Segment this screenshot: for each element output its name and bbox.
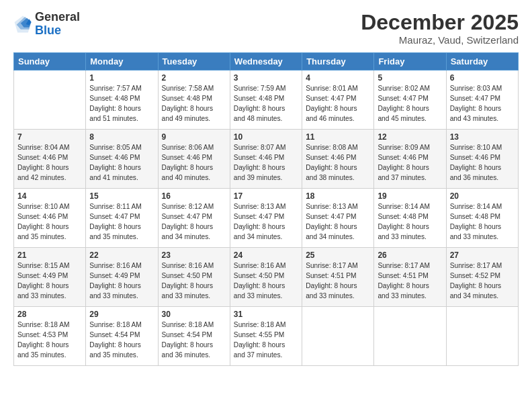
- day-info: Sunrise: 8:12 AM Sunset: 4:47 PM Dayligh…: [162, 202, 226, 242]
- day-cell: 22Sunrise: 8:16 AM Sunset: 4:49 PM Dayli…: [86, 248, 158, 307]
- day-info: Sunrise: 8:13 AM Sunset: 4:47 PM Dayligh…: [306, 202, 370, 242]
- day-info: Sunrise: 8:17 AM Sunset: 4:51 PM Dayligh…: [378, 261, 442, 301]
- day-cell: 5Sunrise: 8:02 AM Sunset: 4:47 PM Daylig…: [374, 71, 446, 130]
- day-number: 10: [234, 132, 298, 142]
- weekday-header-row: SundayMondayTuesdayWednesdayThursdayFrid…: [14, 53, 519, 71]
- page-container: General Blue December 2025 Mauraz, Vaud,…: [0, 0, 532, 373]
- day-info: Sunrise: 8:14 AM Sunset: 4:48 PM Dayligh…: [450, 202, 515, 242]
- day-cell: [14, 71, 86, 130]
- day-info: Sunrise: 8:07 AM Sunset: 4:46 PM Dayligh…: [234, 143, 298, 183]
- day-number: 16: [162, 191, 226, 201]
- day-info: Sunrise: 8:06 AM Sunset: 4:46 PM Dayligh…: [162, 143, 226, 183]
- day-info: Sunrise: 8:02 AM Sunset: 4:47 PM Dayligh…: [378, 84, 442, 124]
- day-number: 18: [306, 191, 370, 201]
- day-number: 13: [450, 132, 515, 142]
- day-number: 30: [162, 310, 226, 319]
- day-cell: 29Sunrise: 8:18 AM Sunset: 4:54 PM Dayli…: [86, 307, 158, 366]
- weekday-header-friday: Friday: [374, 53, 446, 71]
- day-cell: 2Sunrise: 7:58 AM Sunset: 4:48 PM Daylig…: [158, 71, 230, 130]
- logo: General Blue: [13, 11, 80, 38]
- day-number: 11: [306, 132, 370, 142]
- day-cell: 21Sunrise: 8:15 AM Sunset: 4:49 PM Dayli…: [14, 248, 86, 307]
- day-number: 7: [17, 132, 82, 142]
- day-cell: 7Sunrise: 8:04 AM Sunset: 4:46 PM Daylig…: [14, 130, 86, 189]
- day-number: 22: [89, 250, 154, 260]
- day-number: 28: [17, 310, 82, 319]
- day-number: 1: [89, 73, 154, 83]
- day-number: 21: [17, 250, 82, 260]
- day-cell: 14Sunrise: 8:10 AM Sunset: 4:46 PM Dayli…: [14, 189, 86, 248]
- day-cell: 9Sunrise: 8:06 AM Sunset: 4:46 PM Daylig…: [158, 130, 230, 189]
- day-cell: 1Sunrise: 7:57 AM Sunset: 4:48 PM Daylig…: [86, 71, 158, 130]
- day-info: Sunrise: 8:09 AM Sunset: 4:46 PM Dayligh…: [378, 143, 442, 183]
- day-cell: 31Sunrise: 8:18 AM Sunset: 4:55 PM Dayli…: [230, 307, 302, 366]
- day-cell: 3Sunrise: 7:59 AM Sunset: 4:48 PM Daylig…: [230, 71, 302, 130]
- day-number: 31: [234, 310, 298, 319]
- day-info: Sunrise: 8:17 AM Sunset: 4:52 PM Dayligh…: [450, 261, 515, 301]
- main-title: December 2025: [361, 11, 519, 34]
- day-info: Sunrise: 8:01 AM Sunset: 4:47 PM Dayligh…: [306, 84, 370, 124]
- day-cell: 18Sunrise: 8:13 AM Sunset: 4:47 PM Dayli…: [302, 189, 374, 248]
- day-cell: 4Sunrise: 8:01 AM Sunset: 4:47 PM Daylig…: [302, 71, 374, 130]
- day-info: Sunrise: 8:18 AM Sunset: 4:54 PM Dayligh…: [162, 320, 226, 360]
- day-number: 5: [378, 73, 442, 83]
- day-number: 17: [234, 191, 298, 201]
- day-info: Sunrise: 8:18 AM Sunset: 4:54 PM Dayligh…: [89, 320, 154, 360]
- week-row-2: 7Sunrise: 8:04 AM Sunset: 4:46 PM Daylig…: [14, 130, 519, 189]
- day-cell: 13Sunrise: 8:10 AM Sunset: 4:46 PM Dayli…: [446, 130, 518, 189]
- day-info: Sunrise: 8:03 AM Sunset: 4:47 PM Dayligh…: [450, 84, 515, 124]
- day-cell: 16Sunrise: 8:12 AM Sunset: 4:47 PM Dayli…: [158, 189, 230, 248]
- day-number: 26: [378, 250, 442, 260]
- day-cell: [374, 307, 446, 366]
- subtitle: Mauraz, Vaud, Switzerland: [361, 34, 519, 46]
- day-info: Sunrise: 8:18 AM Sunset: 4:53 PM Dayligh…: [17, 320, 82, 360]
- day-cell: 19Sunrise: 8:14 AM Sunset: 4:48 PM Dayli…: [374, 189, 446, 248]
- day-info: Sunrise: 8:13 AM Sunset: 4:47 PM Dayligh…: [234, 202, 298, 242]
- day-cell: 17Sunrise: 8:13 AM Sunset: 4:47 PM Dayli…: [230, 189, 302, 248]
- day-info: Sunrise: 7:57 AM Sunset: 4:48 PM Dayligh…: [89, 84, 154, 124]
- day-number: 19: [378, 191, 442, 201]
- day-info: Sunrise: 8:15 AM Sunset: 4:49 PM Dayligh…: [17, 261, 82, 301]
- day-number: 27: [450, 250, 515, 260]
- week-row-1: 1Sunrise: 7:57 AM Sunset: 4:48 PM Daylig…: [14, 71, 519, 130]
- logo-blue: Blue: [35, 24, 80, 38]
- day-info: Sunrise: 8:17 AM Sunset: 4:51 PM Dayligh…: [306, 261, 370, 301]
- day-info: Sunrise: 8:11 AM Sunset: 4:47 PM Dayligh…: [89, 202, 154, 242]
- calendar: SundayMondayTuesdayWednesdayThursdayFrid…: [13, 52, 519, 366]
- day-info: Sunrise: 8:16 AM Sunset: 4:50 PM Dayligh…: [234, 261, 298, 301]
- day-number: 15: [89, 191, 154, 201]
- day-cell: 28Sunrise: 8:18 AM Sunset: 4:53 PM Dayli…: [14, 307, 86, 366]
- day-number: 14: [17, 191, 82, 201]
- week-row-5: 28Sunrise: 8:18 AM Sunset: 4:53 PM Dayli…: [14, 307, 519, 366]
- day-info: Sunrise: 8:10 AM Sunset: 4:46 PM Dayligh…: [17, 202, 82, 242]
- day-info: Sunrise: 8:16 AM Sunset: 4:49 PM Dayligh…: [89, 261, 154, 301]
- day-number: 23: [162, 250, 226, 260]
- day-number: 8: [89, 132, 154, 142]
- title-block: December 2025 Mauraz, Vaud, Switzerland: [361, 11, 519, 46]
- day-cell: [446, 307, 518, 366]
- day-number: 2: [162, 73, 226, 83]
- day-number: 3: [234, 73, 298, 83]
- day-cell: 11Sunrise: 8:08 AM Sunset: 4:46 PM Dayli…: [302, 130, 374, 189]
- day-info: Sunrise: 7:58 AM Sunset: 4:48 PM Dayligh…: [162, 84, 226, 124]
- day-number: 29: [89, 310, 154, 319]
- day-number: 24: [234, 250, 298, 260]
- day-info: Sunrise: 8:10 AM Sunset: 4:46 PM Dayligh…: [450, 143, 515, 183]
- week-row-3: 14Sunrise: 8:10 AM Sunset: 4:46 PM Dayli…: [14, 189, 519, 248]
- weekday-header-wednesday: Wednesday: [230, 53, 302, 71]
- day-cell: [302, 307, 374, 366]
- logo-text: General Blue: [35, 11, 80, 38]
- logo-general: General: [35, 11, 80, 24]
- day-number: 20: [450, 191, 515, 201]
- weekday-header-monday: Monday: [86, 53, 158, 71]
- day-cell: 8Sunrise: 8:05 AM Sunset: 4:46 PM Daylig…: [86, 130, 158, 189]
- weekday-header-thursday: Thursday: [302, 53, 374, 71]
- day-cell: 10Sunrise: 8:07 AM Sunset: 4:46 PM Dayli…: [230, 130, 302, 189]
- day-number: 25: [306, 250, 370, 260]
- header: General Blue December 2025 Mauraz, Vaud,…: [13, 11, 519, 46]
- day-cell: 26Sunrise: 8:17 AM Sunset: 4:51 PM Dayli…: [374, 248, 446, 307]
- day-info: Sunrise: 8:05 AM Sunset: 4:46 PM Dayligh…: [89, 143, 154, 183]
- day-info: Sunrise: 7:59 AM Sunset: 4:48 PM Dayligh…: [234, 84, 298, 124]
- week-row-4: 21Sunrise: 8:15 AM Sunset: 4:49 PM Dayli…: [14, 248, 519, 307]
- day-cell: 23Sunrise: 8:16 AM Sunset: 4:50 PM Dayli…: [158, 248, 230, 307]
